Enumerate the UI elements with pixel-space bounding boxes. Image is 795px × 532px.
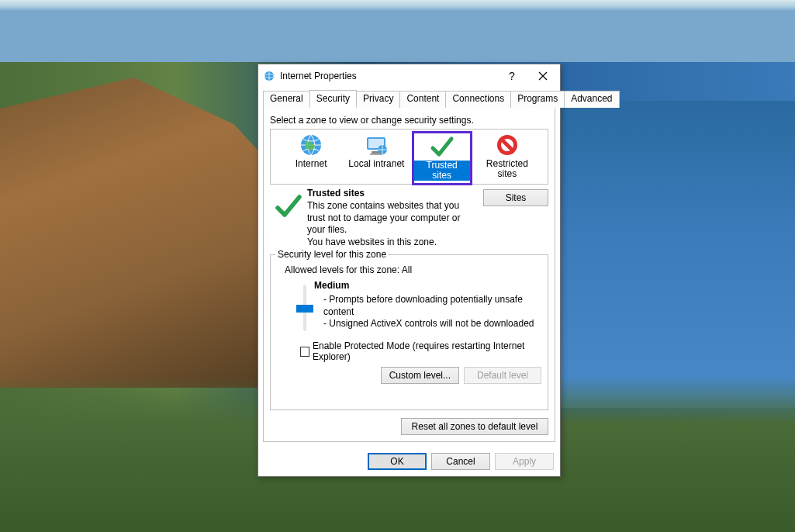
dialog-button-row: OK Cancel Apply	[258, 447, 560, 476]
checkbox-icon	[300, 347, 309, 357]
window-title: Internet Properties	[280, 71, 496, 81]
no-entry-icon	[495, 133, 520, 157]
security-level-legend: Security level for this zone	[275, 249, 389, 260]
zone-detail-description: This zone contains websites that you tru…	[307, 200, 462, 237]
checkmark-large-icon	[275, 192, 302, 220]
custom-level-button[interactable]: Custom level...	[381, 367, 459, 384]
security-level-slider[interactable]	[285, 280, 314, 333]
apply-button: Apply	[495, 453, 554, 470]
security-level-bullet-2: - Unsigned ActiveX controls will not be …	[314, 318, 541, 330]
security-tab-panel: Select a zone to view or change security…	[263, 106, 555, 442]
protected-mode-label: Enable Protected Mode (requires restarti…	[313, 340, 541, 362]
zone-prompt: Select a zone to view or change security…	[270, 115, 548, 126]
reset-zones-button[interactable]: Reset all zones to default level	[401, 418, 548, 435]
tab-content[interactable]: Content	[399, 91, 446, 108]
computer-icon	[364, 133, 389, 157]
security-level-bullet-1: - Prompts before downloading potentially…	[314, 294, 541, 318]
allowed-levels-label: Allowed levels for this zone: All	[285, 264, 541, 275]
zone-restricted-sites[interactable]: Restricted sites	[479, 133, 536, 179]
tab-programs[interactable]: Programs	[510, 91, 565, 108]
internet-options-icon	[263, 70, 275, 82]
zone-trusted-sites[interactable]: Trusted sites	[413, 133, 471, 184]
tabstrip: General Security Privacy Content Connect…	[258, 89, 560, 106]
zone-local-intranet-label: Local intranet	[348, 159, 404, 169]
ok-button[interactable]: OK	[368, 453, 427, 470]
zone-detail: Trusted sites This zone contains website…	[270, 188, 548, 248]
cancel-button[interactable]: Cancel	[431, 453, 490, 470]
titlebar: Internet Properties ?	[258, 64, 560, 88]
tab-general[interactable]: General	[263, 91, 310, 108]
globe-icon	[299, 133, 323, 157]
zone-local-intranet[interactable]: Local intranet	[347, 133, 405, 169]
help-button[interactable]: ?	[496, 65, 527, 87]
security-level-group: Security level for this zone Allowed lev…	[270, 254, 548, 410]
zone-detail-status: You have websites in this zone.	[307, 237, 462, 249]
zone-internet-label: Internet	[296, 159, 327, 169]
close-button[interactable]	[527, 65, 558, 87]
zone-internet[interactable]: Internet	[282, 133, 340, 169]
tab-security[interactable]: Security	[309, 90, 357, 107]
zone-trusted-sites-label: Trusted sites	[413, 161, 471, 181]
zone-restricted-sites-label: Restricted sites	[479, 159, 536, 179]
checkmark-icon	[430, 134, 455, 159]
zone-picker[interactable]: Internet Local intranet Trusted sites Re…	[270, 129, 548, 185]
security-level-name: Medium	[314, 280, 541, 292]
sites-button[interactable]: Sites	[483, 189, 548, 206]
internet-properties-dialog: Internet Properties ? General Security P…	[258, 64, 561, 477]
tab-advanced[interactable]: Advanced	[564, 91, 619, 108]
tab-privacy[interactable]: Privacy	[356, 91, 400, 108]
zone-detail-title: Trusted sites	[307, 188, 462, 199]
tab-connections[interactable]: Connections	[445, 91, 511, 108]
protected-mode-checkbox[interactable]: Enable Protected Mode (requires restarti…	[300, 340, 541, 362]
default-level-button: Default level	[464, 367, 541, 384]
